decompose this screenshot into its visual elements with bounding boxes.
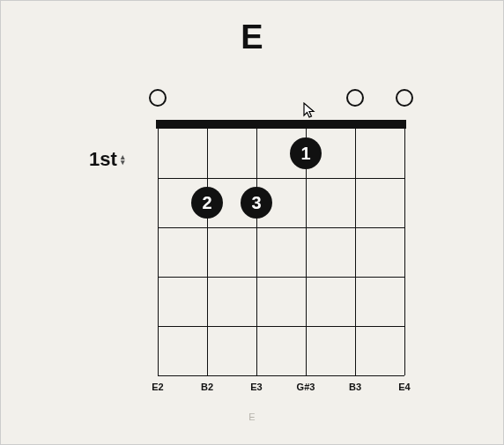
fret-wire bbox=[158, 178, 404, 179]
string bbox=[158, 120, 159, 375]
fret-wire bbox=[158, 227, 404, 228]
fret-wire bbox=[158, 326, 404, 327]
chord-name: E bbox=[1, 19, 503, 56]
chord-diagram-canvas: E 1st ▴ ▾ 123 E2B2E3G#3B3E4 E bbox=[0, 0, 504, 445]
fret-position: 1st ▴ ▾ bbox=[89, 148, 125, 171]
string-note-label: B3 bbox=[349, 382, 361, 392]
fret-position-stepper[interactable]: ▴ ▾ bbox=[121, 154, 125, 165]
fretboard: 123 bbox=[158, 120, 404, 375]
string bbox=[256, 120, 257, 375]
string-note-label: E2 bbox=[152, 382, 163, 392]
finger-label: 2 bbox=[202, 193, 211, 213]
string-note-label: E4 bbox=[398, 382, 410, 392]
nut bbox=[156, 120, 406, 129]
string-note-label: E3 bbox=[250, 382, 262, 392]
open-string-marker bbox=[396, 89, 413, 107]
string bbox=[207, 120, 208, 375]
string-note-label: G#3 bbox=[297, 382, 315, 392]
string bbox=[355, 120, 356, 375]
open-string-marker bbox=[346, 89, 364, 107]
fret-wire bbox=[158, 277, 404, 278]
fret-position-label: 1st bbox=[89, 148, 117, 171]
finger-dot: 3 bbox=[241, 187, 272, 219]
string bbox=[404, 120, 405, 375]
open-string-marker bbox=[149, 89, 167, 107]
open-string-row bbox=[158, 89, 404, 107]
finger-dot: 2 bbox=[191, 187, 223, 219]
finger-label: 1 bbox=[300, 144, 310, 164]
footer-label: E bbox=[1, 412, 503, 422]
finger-label: 3 bbox=[251, 193, 261, 213]
fret-wire bbox=[158, 375, 404, 376]
finger-dot: 1 bbox=[290, 137, 322, 169]
string-note-label: B2 bbox=[201, 382, 213, 392]
chevron-down-icon: ▾ bbox=[121, 159, 125, 165]
